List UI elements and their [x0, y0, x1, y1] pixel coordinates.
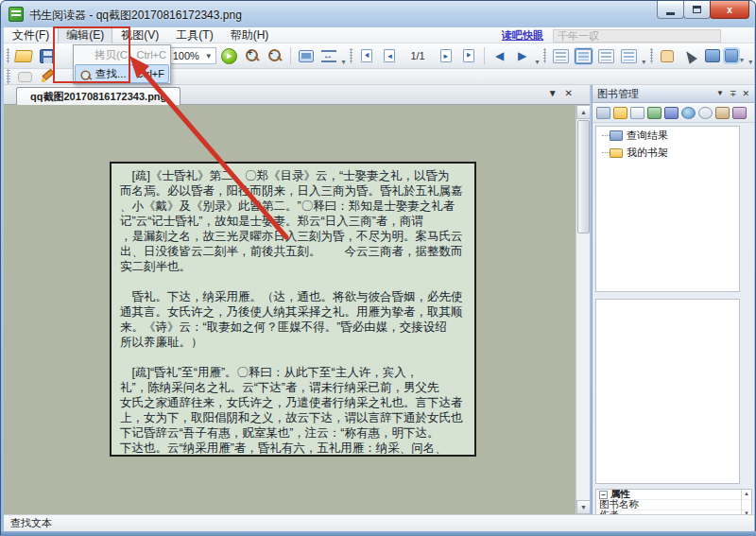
tree-item-query-results[interactable]: 查询结果: [596, 127, 739, 144]
menu-file[interactable]: 文件(F): [4, 26, 58, 44]
minus-glyph: -: [270, 48, 273, 58]
properties-panel: − 属性 图书名称 作者 ▲ ▼: [595, 489, 752, 516]
pen-icon: [41, 70, 54, 83]
continuous-facing-icon: [621, 49, 637, 63]
view-mode-button[interactable]: ▾: [725, 45, 746, 66]
tab-bar-buttons: ▼ ✕: [548, 89, 573, 98]
open-file-button[interactable]: [13, 45, 34, 66]
tree-item-label: 查询结果: [627, 129, 668, 143]
menu-help[interactable]: 帮助(H): [222, 26, 278, 44]
library-tree: 查询结果 我的书架: [595, 126, 740, 292]
document-tab-bar: qq截图20170816172343.png ▼ ✕: [4, 85, 590, 105]
plus-glyph: +: [248, 48, 252, 58]
title-bar[interactable]: 书生阅读器 - qq截图20170816172343.png x: [1, 1, 755, 27]
maximize-button[interactable]: [683, 1, 711, 19]
minimize-button[interactable]: [657, 1, 684, 19]
page-indicator: 1/1: [401, 50, 434, 61]
web-library-button[interactable]: [681, 107, 696, 119]
zoom-in-icon: +: [245, 48, 260, 63]
hand-tool-button[interactable]: [657, 45, 678, 66]
active-document-tab[interactable]: qq截图20170816172343.png: [16, 87, 180, 105]
go-forward-button[interactable]: ▶: [512, 45, 533, 66]
continuous-facing-layout-button[interactable]: [618, 45, 639, 66]
zoom-in-button[interactable]: +: [242, 45, 263, 66]
open-book-button[interactable]: [596, 107, 610, 119]
toolbar-grip: [350, 48, 352, 63]
next-view-button[interactable]: ►: [219, 45, 240, 66]
snapshot-tool-button[interactable]: [702, 45, 723, 66]
folder-button[interactable]: [613, 107, 627, 119]
overflow-chevron-icon[interactable]: ▾: [340, 58, 348, 66]
close-button[interactable]: x: [710, 1, 749, 19]
comment-button[interactable]: [14, 66, 35, 87]
quick-read-link[interactable]: 读吧快眼: [502, 28, 543, 43]
download-button[interactable]: [664, 107, 679, 119]
go-back-button[interactable]: ◀: [490, 45, 510, 66]
fit-width-button[interactable]: [318, 45, 339, 66]
panel-menu-chevron-icon[interactable]: ▼: [716, 90, 724, 97]
properties-scrollbar[interactable]: ▲ ▼: [741, 490, 751, 516]
undo-button[interactable]: [715, 107, 730, 119]
zoom-out-icon: -: [267, 48, 283, 63]
toolbar-grip: [7, 69, 10, 84]
zoom-level-value: 100%: [173, 50, 199, 61]
panel-header-buttons: ▼ ∓ ✕: [716, 90, 749, 98]
vertical-scrollbar[interactable]: ▲ ▼: [576, 105, 590, 514]
first-page-icon: ⯇: [361, 49, 372, 62]
scroll-down-icon[interactable]: ▼: [576, 500, 590, 514]
select-tool-button[interactable]: [679, 45, 700, 66]
menu-tools[interactable]: 工具(T): [167, 26, 221, 44]
minimize-icon: [666, 12, 675, 15]
copy-shortcut: Ctrl+C: [137, 49, 166, 61]
hand-tool-icon: [661, 50, 674, 62]
page-paragraph: [疏]“昏礼”至“用雁”。〇释曰：从此下至“主人许，宾入， 礼”，陈纳采问名之礼…: [120, 365, 466, 456]
tree-item-my-bookshelf[interactable]: 我的书架: [596, 144, 739, 161]
page-paragraph: 昏礼。下达，纳采用雁。（达，通也。将欲与彼合昏姻，必先使 通其言。女氏许之，乃後…: [120, 289, 466, 350]
next-page-button[interactable]: ▸: [436, 45, 456, 66]
status-text: 查找文本: [10, 516, 52, 530]
redo-button[interactable]: [732, 107, 747, 119]
overflow-chevron-icon[interactable]: ▾: [640, 58, 647, 66]
toolbar-separator: [290, 47, 291, 64]
previous-page-button[interactable]: ◂: [379, 45, 400, 66]
facing-layout-button[interactable]: [595, 45, 616, 66]
close-tab-icon[interactable]: ✕: [565, 89, 573, 98]
scrollbar-thumb[interactable]: [577, 120, 590, 233]
search-button[interactable]: [698, 107, 713, 119]
pin-icon[interactable]: ∓: [730, 90, 737, 98]
property-row-book-name[interactable]: 图书名称: [596, 500, 751, 510]
tab-list-chevron-icon[interactable]: ▼: [548, 89, 558, 98]
zoom-out-button[interactable]: -: [265, 45, 285, 66]
maximize-icon: [693, 6, 701, 13]
facing-page-icon: [598, 49, 614, 63]
first-page-button[interactable]: ⯇: [356, 45, 377, 66]
close-icon: x: [727, 5, 732, 15]
overflow-chevron-icon[interactable]: ▾: [747, 58, 754, 66]
last-page-button[interactable]: ⯈: [458, 45, 479, 66]
book-search-input[interactable]: 千年一叹: [553, 29, 721, 43]
search-document-button[interactable]: [630, 107, 644, 119]
export-button[interactable]: [647, 107, 662, 119]
fit-page-button[interactable]: [296, 45, 317, 66]
scroll-up-icon[interactable]: ▲: [744, 491, 749, 496]
library-detail-pane: [595, 299, 740, 484]
status-bar: 查找文本: [4, 514, 754, 531]
overflow-chevron-icon[interactable]: ▾: [534, 58, 541, 66]
tree-item-label: 我的书架: [627, 146, 668, 160]
fit-width-icon: [321, 50, 336, 62]
chevron-down-icon: ▼: [205, 52, 213, 61]
toolbar-grip: [7, 48, 9, 63]
zoom-level-select[interactable]: 100% ▼: [169, 47, 216, 64]
page-paragraph: [疏]《士昏礼》第二。〇郑《目录》云，“士娶妻之礼，以昏为 而名焉。必以昏者，阳…: [120, 168, 466, 274]
window-bottom-border: [1, 531, 756, 536]
single-page-layout-button[interactable]: [550, 45, 571, 66]
scroll-up-icon[interactable]: ▲: [576, 105, 590, 119]
menu-bar-right: 读吧快眼 千年一叹: [502, 28, 721, 43]
toolbar-grip: [543, 48, 546, 63]
annotation-highlight-rectangle: [53, 26, 130, 83]
continuous-layout-button[interactable]: [573, 45, 593, 66]
close-panel-icon[interactable]: ✕: [742, 90, 749, 98]
document-viewport[interactable]: [疏]《士昏礼》第二。〇郑《目录》云，“士娶妻之礼，以昏为 而名焉。必以昏者，阳…: [4, 105, 590, 514]
next-page-icon: ▸: [440, 49, 452, 62]
toolbar-separator: [484, 47, 485, 64]
